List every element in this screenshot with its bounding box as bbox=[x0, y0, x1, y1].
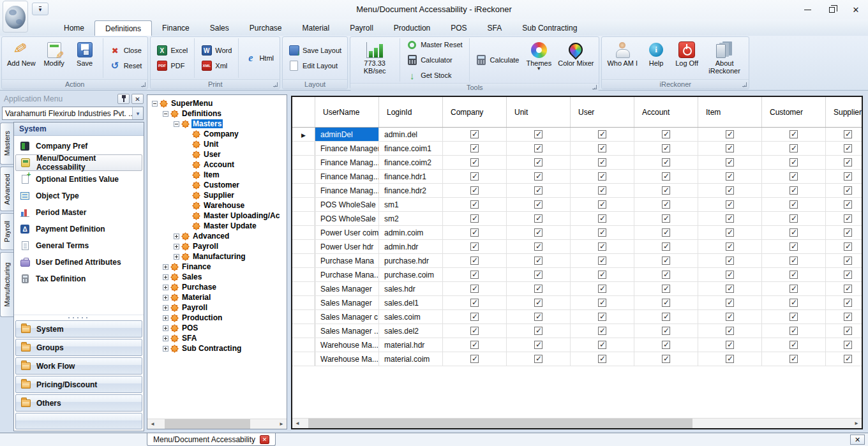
checkbox-account[interactable] bbox=[662, 256, 670, 265]
grid-header-company[interactable]: Company bbox=[443, 97, 507, 127]
cell-user-checkbox[interactable] bbox=[571, 296, 634, 309]
tree-node-sfa[interactable]: SFA bbox=[147, 333, 287, 343]
table-row[interactable]: POS WholeSalesm1 bbox=[292, 198, 862, 212]
checkbox-company[interactable] bbox=[470, 327, 479, 335]
grid-header-item[interactable]: Item bbox=[698, 97, 762, 127]
nav-group-button-pricing-discount[interactable]: Pricing/Discount bbox=[15, 376, 142, 393]
checkbox-item[interactable] bbox=[726, 355, 734, 363]
sidebar-item-company-pref[interactable]: Company Pref bbox=[15, 138, 142, 154]
cell-account-checkbox[interactable] bbox=[634, 310, 698, 323]
checkbox-item[interactable] bbox=[726, 214, 734, 223]
checkbox-unit[interactable] bbox=[534, 158, 542, 167]
cell-user-checkbox[interactable] bbox=[571, 282, 634, 295]
table-row[interactable]: Finance Manag...finance.hdr2 bbox=[292, 184, 862, 198]
cell-supplier-checkbox[interactable] bbox=[826, 254, 862, 267]
cell-username[interactable]: Power User coim bbox=[315, 226, 379, 239]
cell-company-checkbox[interactable] bbox=[443, 282, 507, 295]
cell-unit-checkbox[interactable] bbox=[507, 268, 571, 281]
cell-customer-checkbox[interactable] bbox=[762, 352, 826, 366]
checkbox-item[interactable] bbox=[726, 200, 734, 209]
checkbox-account[interactable] bbox=[662, 214, 670, 223]
checkbox-item[interactable] bbox=[726, 242, 734, 251]
checkbox-unit[interactable] bbox=[534, 200, 542, 209]
expand-icon[interactable] bbox=[163, 295, 168, 301]
checkbox-item[interactable] bbox=[726, 313, 734, 321]
cell-supplier-checkbox[interactable] bbox=[826, 310, 862, 323]
tree-horizontal-scrollbar[interactable] bbox=[147, 419, 287, 429]
cell-company-checkbox[interactable] bbox=[443, 184, 507, 197]
checkbox-item[interactable] bbox=[726, 158, 734, 167]
add-new-button[interactable]: Add New bbox=[4, 38, 38, 78]
cell-company-checkbox[interactable] bbox=[443, 142, 507, 155]
cell-loginid[interactable]: sales.hdr bbox=[379, 282, 443, 295]
sidebar-rail-tab-payroll[interactable]: Payroll bbox=[0, 213, 13, 250]
cell-customer-checkbox[interactable] bbox=[762, 338, 826, 352]
cell-supplier-checkbox[interactable] bbox=[826, 184, 862, 197]
cell-unit-checkbox[interactable] bbox=[507, 198, 571, 211]
checkbox-company[interactable] bbox=[470, 285, 479, 293]
cell-user-checkbox[interactable] bbox=[571, 324, 634, 338]
checkbox-account[interactable] bbox=[662, 172, 670, 181]
cell-company-checkbox[interactable] bbox=[443, 254, 507, 267]
checkbox-account[interactable] bbox=[662, 228, 670, 237]
checkbox-item[interactable] bbox=[726, 299, 734, 307]
sidebar-item-menu-document-accessability[interactable]: Menu/Document Accessability bbox=[15, 154, 142, 171]
table-row[interactable]: Finance Manag...finance.hdr1 bbox=[292, 170, 862, 184]
collapse-icon[interactable] bbox=[152, 101, 158, 107]
cell-customer-checkbox[interactable] bbox=[762, 240, 826, 253]
cell-loginid[interactable]: purchase.hdr bbox=[379, 254, 443, 267]
checkbox-item[interactable] bbox=[726, 228, 734, 237]
checkbox-company[interactable] bbox=[470, 299, 479, 307]
cell-customer-checkbox[interactable] bbox=[762, 310, 826, 323]
cell-company-checkbox[interactable] bbox=[443, 128, 507, 141]
checkbox-user[interactable] bbox=[598, 214, 606, 223]
checkbox-supplier[interactable] bbox=[844, 271, 852, 279]
checkbox-supplier[interactable] bbox=[844, 130, 852, 138]
row-selector-cell[interactable] bbox=[292, 310, 315, 323]
cell-company-checkbox[interactable] bbox=[443, 310, 507, 323]
tree-node-production[interactable]: Production bbox=[147, 313, 287, 323]
cell-user-checkbox[interactable] bbox=[571, 128, 634, 141]
pdf-button[interactable]: PDF bbox=[153, 59, 191, 72]
cell-user-checkbox[interactable] bbox=[571, 198, 634, 211]
cell-item-checkbox[interactable] bbox=[698, 254, 762, 267]
checkbox-account[interactable] bbox=[662, 285, 670, 293]
cell-customer-checkbox[interactable] bbox=[762, 212, 826, 225]
cell-item-checkbox[interactable] bbox=[698, 282, 762, 295]
checkbox-account[interactable] bbox=[662, 242, 670, 251]
pane-close-button[interactable] bbox=[131, 94, 144, 104]
sidebar-rail-tab-masters[interactable]: Masters bbox=[0, 123, 13, 165]
cell-loginid[interactable]: purchase.coim bbox=[379, 268, 443, 281]
checkbox-company[interactable] bbox=[470, 228, 479, 237]
cell-user-checkbox[interactable] bbox=[571, 352, 634, 366]
cell-account-checkbox[interactable] bbox=[634, 240, 698, 253]
sidebar-item-tax-definition[interactable]: Tax Definition bbox=[15, 271, 142, 287]
checkbox-company[interactable] bbox=[470, 271, 479, 279]
sidebar-rail-tab-advanced[interactable]: Advanced bbox=[0, 167, 13, 211]
cell-loginid[interactable]: finance.coim2 bbox=[379, 156, 443, 169]
checkbox-customer[interactable] bbox=[789, 200, 798, 209]
help-button[interactable]: Help bbox=[641, 38, 671, 78]
cell-loginid[interactable]: material.hdr bbox=[379, 338, 443, 352]
checkbox-customer[interactable] bbox=[789, 242, 798, 251]
checkbox-item[interactable] bbox=[726, 285, 734, 293]
tab-finance[interactable]: Finance bbox=[152, 20, 200, 36]
cell-supplier-checkbox[interactable] bbox=[826, 128, 862, 141]
cell-username[interactable]: Sales Manager bbox=[315, 282, 379, 295]
cell-customer-checkbox[interactable] bbox=[762, 128, 826, 141]
checkbox-user[interactable] bbox=[598, 158, 606, 167]
cell-loginid[interactable]: admin.del bbox=[379, 128, 443, 141]
checkbox-customer[interactable] bbox=[789, 228, 798, 237]
checkbox-unit[interactable] bbox=[534, 186, 542, 195]
cell-username[interactable]: Finance Manag... bbox=[315, 184, 379, 197]
sidebar-rail-tab-manufacturing[interactable]: Manufacturing bbox=[0, 252, 13, 317]
dialog-launcher-icon[interactable] bbox=[141, 82, 146, 87]
cell-item-checkbox[interactable] bbox=[698, 268, 762, 281]
checkbox-customer[interactable] bbox=[789, 313, 798, 321]
cell-account-checkbox[interactable] bbox=[634, 268, 698, 281]
cell-item-checkbox[interactable] bbox=[698, 170, 762, 183]
tree-node-masters[interactable]: Masters bbox=[147, 119, 287, 129]
tab-production[interactable]: Production bbox=[384, 20, 440, 36]
cell-loginid[interactable]: material.coim bbox=[379, 352, 443, 366]
checkbox-item[interactable] bbox=[726, 271, 734, 279]
